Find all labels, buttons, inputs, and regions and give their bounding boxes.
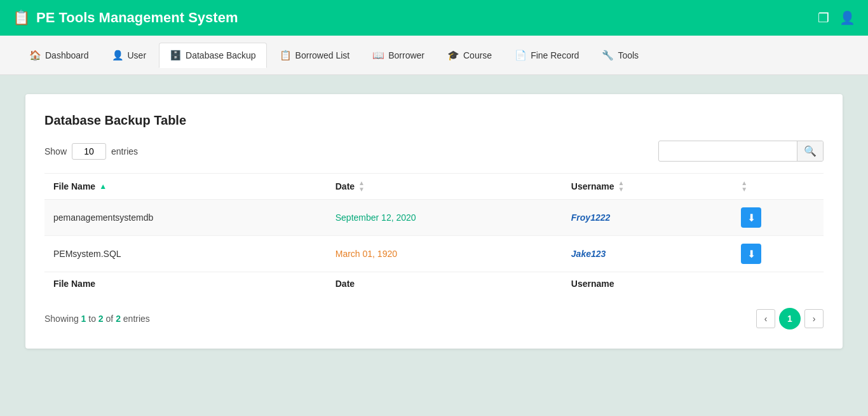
cell-action: ⬇ [732,200,824,236]
next-page-button[interactable]: › [804,309,824,328]
footer-action [732,272,824,296]
nav-borrowed-list-label: Borrowed List [295,50,350,60]
showing-from: 1 [81,314,86,324]
search-icon: 🔍 [804,146,817,156]
main-content: Database Backup Table Show entries 🔍 [0,75,868,368]
nav-dashboard-label: Dashboard [45,50,89,60]
search-box: 🔍 [658,141,824,162]
nav-tools[interactable]: 🔧 Tools [592,43,649,67]
show-label: Show [44,146,67,156]
borrowed-list-icon: 📋 [280,50,292,61]
entries-input[interactable] [72,143,106,160]
sort-both-icon[interactable]: ▲▼ [358,180,365,193]
col-username: Username ▲▼ [562,174,732,200]
col-username-label: Username [571,181,614,191]
nav-fine-record-label: Fine Record [531,50,579,60]
nav-borrower[interactable]: 📖 Borrower [362,43,435,67]
download-button[interactable]: ⬇ [741,207,761,228]
header-icons: ❐ 👤 [818,10,855,25]
borrower-icon: 📖 [372,50,384,61]
nav-course-label: Course [463,50,492,60]
prev-page-button[interactable]: ‹ [756,309,775,328]
user-icon[interactable]: 👤 [839,10,855,25]
col-date-label: Date [336,181,355,191]
col-date: Date ▲▼ [327,174,562,200]
cell-date: March 01, 1920 [327,236,562,272]
cell-username: Jake123 [562,236,732,272]
external-link-icon[interactable]: ❐ [818,10,829,25]
showing-of: 2 [116,314,121,324]
clipboard-icon: 📋 [13,10,30,26]
course-icon: 🎓 [447,50,459,61]
card: Database Backup Table Show entries 🔍 [25,94,843,349]
nav-database-backup[interactable]: 🗄️ Database Backup [159,43,267,68]
footer-filename: File Name [44,272,327,296]
data-table: File Name ▲ Date ▲▼ Username ▲▼ [44,173,824,295]
col-filename-label: File Name [53,181,95,191]
cell-action: ⬇ [732,236,824,272]
database-icon: 🗄️ [170,50,182,61]
table-row: pemanagementsystemdb September 12, 2020 … [44,200,824,236]
tools-icon: 🔧 [602,50,614,61]
footer-username: Username [562,272,732,296]
cell-date: September 12, 2020 [327,200,562,236]
cell-filename: pemanagementsystemdb [44,200,327,236]
user-nav-icon: 👤 [112,50,124,61]
nav-fine-record[interactable]: 📄 Fine Record [505,43,589,67]
pagination-bar: Showing 1 to 2 of 2 entries ‹ 1 › [44,308,824,329]
download-button[interactable]: ⬇ [741,244,761,264]
table-controls: Show entries 🔍 [44,141,824,162]
showing-text: Showing 1 to 2 of 2 entries [44,314,150,324]
home-icon: 🏠 [29,50,41,61]
cell-filename: PEMsystem.SQL [44,236,327,272]
cell-username: Froy1222 [562,200,732,236]
nav-user-label: User [128,50,147,60]
nav-course[interactable]: 🎓 Course [437,43,502,67]
nav-borrowed-list[interactable]: 📋 Borrowed List [269,43,360,67]
entries-label: entries [111,146,138,156]
pagination-controls: ‹ 1 › [756,308,824,329]
nav-borrower-label: Borrower [388,50,424,60]
nav-tools-label: Tools [618,50,639,60]
nav-dashboard[interactable]: 🏠 Dashboard [19,43,99,67]
app-title-container: 📋 PE Tools Management System [13,10,238,26]
fine-record-icon: 📄 [515,50,527,61]
show-entries-control: Show entries [44,143,138,160]
navbar: 🏠 Dashboard 👤 User 🗄️ Database Backup 📋 … [0,36,868,75]
sort-both-icon3[interactable]: ▲▼ [741,180,815,193]
nav-user[interactable]: 👤 User [102,43,157,67]
search-input[interactable] [659,142,797,160]
header: 📋 PE Tools Management System ❐ 👤 [0,0,868,36]
col-action: ▲▼ [732,174,824,200]
app-title: PE Tools Management System [36,10,238,26]
footer-date: Date [327,272,562,296]
nav-database-backup-label: Database Backup [186,50,256,60]
page-1-button[interactable]: 1 [779,308,801,329]
page-title: Database Backup Table [44,113,824,128]
col-filename: File Name ▲ [44,174,327,200]
showing-to: 2 [98,314,104,324]
sort-both-icon2[interactable]: ▲▼ [618,180,625,193]
sort-asc-icon[interactable]: ▲ [99,182,107,191]
search-button[interactable]: 🔍 [797,141,823,161]
table-row: PEMsystem.SQL March 01, 1920 Jake123 ⬇ [44,236,824,272]
